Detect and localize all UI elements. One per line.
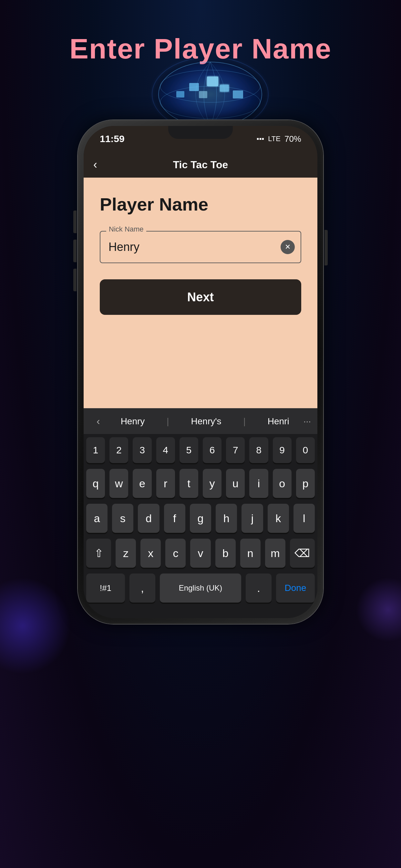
bg-glow-left (0, 578, 71, 674)
key-row-1: q w e r t y u i o p (86, 469, 315, 498)
key-row-3: ⇧ z x c v b n m ⌫ (86, 538, 315, 568)
key-a[interactable]: a (86, 504, 107, 533)
comma-key[interactable]: , (129, 574, 155, 602)
key-9[interactable]: 9 (273, 437, 291, 463)
key-s[interactable]: s (112, 504, 133, 533)
svg-rect-9 (199, 91, 207, 98)
svg-rect-8 (233, 90, 243, 98)
nick-name-input[interactable] (100, 231, 301, 263)
status-right: ▪▪▪ LTE 70% (257, 134, 301, 144)
svg-point-0 (158, 62, 262, 127)
done-key[interactable]: Done (276, 574, 315, 602)
key-p[interactable]: p (296, 469, 315, 498)
key-w[interactable]: w (110, 469, 128, 498)
key-v[interactable]: v (190, 538, 211, 568)
notch (168, 126, 233, 139)
key-b[interactable]: b (215, 538, 236, 568)
player-name-heading: Player Name (100, 194, 301, 215)
globe-decoration (120, 59, 281, 130)
phone-mockup: 11:59 ▪▪▪ LTE 70% ‹ Tic Tac Toe Player N… (78, 120, 323, 624)
back-button[interactable]: ‹ (93, 158, 97, 172)
keyboard: 1 2 3 4 5 6 7 8 9 0 q w (84, 434, 317, 618)
suggestion-1[interactable]: Henry (114, 413, 151, 430)
key-3[interactable]: 3 (133, 437, 151, 463)
autocomplete-back[interactable]: ‹ (90, 415, 106, 427)
autocomplete-suggestions: Henry | Henry's | Henri (106, 413, 304, 430)
backspace-key[interactable]: ⌫ (290, 538, 315, 568)
autocomplete-more[interactable]: ··· (304, 416, 311, 427)
key-8[interactable]: 8 (249, 437, 268, 463)
status-time: 11:59 (100, 133, 125, 144)
suggestion-3[interactable]: Henri (261, 413, 296, 430)
key-f[interactable]: f (164, 504, 185, 533)
key-o[interactable]: o (273, 469, 291, 498)
key-u[interactable]: u (226, 469, 245, 498)
key-g[interactable]: g (190, 504, 211, 533)
key-2[interactable]: 2 (110, 437, 128, 463)
period-key[interactable]: . (246, 574, 272, 602)
suggestion-2[interactable]: Henry's (185, 413, 228, 430)
key-t[interactable]: t (180, 469, 198, 498)
key-e[interactable]: e (133, 469, 151, 498)
key-q[interactable]: q (86, 469, 105, 498)
signal-icon: ▪▪▪ (257, 135, 264, 143)
key-4[interactable]: 4 (156, 437, 175, 463)
key-5[interactable]: 5 (180, 437, 198, 463)
key-y[interactable]: y (203, 469, 221, 498)
svg-rect-5 (189, 83, 199, 91)
key-row-bottom: !#1 , English (UK) . Done (86, 574, 315, 602)
key-i[interactable]: i (249, 469, 268, 498)
shift-key[interactable]: ⇧ (86, 538, 111, 568)
key-7[interactable]: 7 (226, 437, 245, 463)
svg-rect-4 (207, 76, 218, 86)
content-area: Player Name Nick Name ✕ Next (84, 178, 317, 408)
autocomplete-bar: ‹ Henry | Henry's | Henri ··· (84, 408, 317, 434)
next-button[interactable]: Next (100, 279, 301, 315)
nick-name-input-wrapper: Nick Name ✕ (100, 231, 301, 263)
nick-name-label: Nick Name (106, 225, 146, 234)
key-m[interactable]: m (265, 538, 285, 568)
battery-indicator: 70% (284, 134, 301, 144)
key-d[interactable]: d (138, 504, 159, 533)
number-row: 1 2 3 4 5 6 7 8 9 0 (86, 437, 315, 463)
key-h[interactable]: h (216, 504, 237, 533)
key-row-2: a s d f g h j k l (86, 504, 315, 533)
symbols-key[interactable]: !#1 (86, 574, 125, 602)
wifi-icon: LTE (268, 135, 281, 143)
svg-rect-6 (220, 85, 229, 92)
clear-input-button[interactable]: ✕ (281, 240, 295, 254)
space-key[interactable]: English (UK) (160, 574, 241, 602)
app-title: Tic Tac Toe (173, 159, 228, 171)
key-l[interactable]: l (294, 504, 315, 533)
svg-rect-7 (176, 91, 184, 97)
bg-glow-right (356, 578, 401, 642)
app-header: ‹ Tic Tac Toe (84, 152, 317, 178)
key-c[interactable]: c (165, 538, 186, 568)
key-z[interactable]: z (116, 538, 136, 568)
key-n[interactable]: n (240, 538, 260, 568)
key-r[interactable]: r (156, 469, 175, 498)
keyboard-area: ‹ Henry | Henry's | Henri ··· 1 2 (84, 408, 317, 618)
key-6[interactable]: 6 (203, 437, 221, 463)
key-0[interactable]: 0 (296, 437, 315, 463)
key-1[interactable]: 1 (86, 437, 105, 463)
key-k[interactable]: k (268, 504, 289, 533)
key-x[interactable]: x (141, 538, 161, 568)
key-j[interactable]: j (242, 504, 263, 533)
status-bar: 11:59 ▪▪▪ LTE 70% (84, 126, 317, 152)
